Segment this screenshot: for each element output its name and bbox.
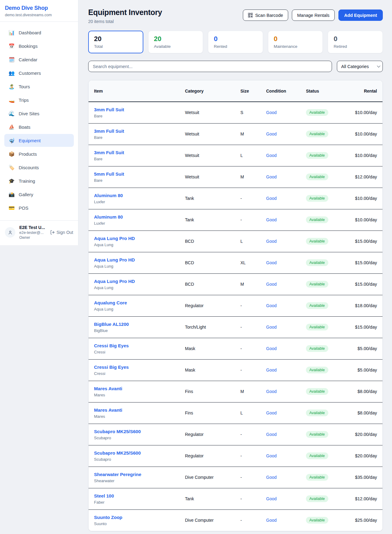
brand-title[interactable]: Demo Dive Shop	[5, 5, 73, 11]
table-row: Mares Avanti Mares Fins M Good Available…	[89, 381, 383, 402]
stat-card-rented[interactable]: 0 Rented	[208, 31, 263, 53]
item-condition-link[interactable]: Good	[266, 325, 277, 330]
user-role: Owner	[19, 235, 45, 240]
item-rental-rate: $12.00/day	[340, 166, 383, 188]
item-name-link[interactable]: Aluminum 80	[94, 214, 180, 219]
manage-rentals-button[interactable]: Manage Rentals	[292, 10, 335, 21]
item-condition-link[interactable]: Good	[266, 368, 277, 372]
item-brand: Cressi	[94, 350, 180, 354]
item-condition-link[interactable]: Good	[266, 110, 277, 115]
search-input[interactable]	[88, 61, 332, 72]
status-badge: Available	[306, 281, 328, 288]
item-name-link[interactable]: Shearwater Peregrine	[94, 472, 180, 477]
item-name-link[interactable]: Aqualung Core	[94, 300, 180, 305]
sidebar-item-dashboard[interactable]: 📊 Dashboard	[4, 26, 74, 39]
item-condition-link[interactable]: Good	[266, 196, 277, 201]
scan-barcode-button[interactable]: Scan Barcode	[243, 10, 288, 21]
sidebar-item-gallery[interactable]: 📸 Gallery	[4, 188, 74, 201]
stat-card-retired[interactable]: 0 Retired	[328, 31, 383, 53]
item-condition-link[interactable]: Good	[266, 132, 277, 136]
item-name-link[interactable]: Aqua Lung Pro HD	[94, 279, 180, 284]
item-size: L	[238, 231, 264, 252]
item-condition-link[interactable]: Good	[266, 410, 277, 415]
item-name-link[interactable]: Scubapro MK25/S600	[94, 429, 180, 434]
table-row: Aluminum 80 Luxfer Tank - Good Available…	[89, 209, 383, 231]
item-condition-link[interactable]: Good	[266, 389, 277, 394]
item-condition-link[interactable]: Good	[266, 260, 277, 265]
main-content: Equipment Inventory 20 items total	[78, 0, 392, 531]
sidebar-item-products[interactable]: 📦 Products	[4, 147, 74, 160]
item-condition-link[interactable]: Good	[266, 432, 277, 437]
category-select[interactable]: All Categories	[337, 61, 383, 72]
sidebar-item-boats[interactable]: ⛵ Boats	[4, 120, 74, 133]
item-condition-link[interactable]: Good	[266, 217, 277, 222]
sign-out-button[interactable]: Sign Out	[50, 230, 73, 235]
item-category: Wetsuit	[183, 123, 238, 145]
item-name-link[interactable]: Aluminum 80	[94, 193, 180, 198]
sidebar-item-customers[interactable]: 👥 Customers	[4, 67, 74, 79]
status-badge: Available	[306, 238, 328, 245]
item-name-link[interactable]: 3mm Full Suit	[94, 128, 180, 134]
item-name-link[interactable]: 3mm Full Suit	[94, 150, 180, 155]
item-rental-rate: $10.00/day	[340, 188, 383, 209]
status-badge: Available	[306, 174, 328, 180]
sidebar-item-calendar[interactable]: 🗓️ Calendar	[4, 53, 74, 66]
item-category: BCD	[183, 231, 238, 252]
stat-value: 0	[334, 35, 377, 43]
stat-label: Total	[94, 44, 138, 49]
item-name-link[interactable]: Suunto Zoop	[94, 515, 180, 520]
sidebar-item-trips[interactable]: 🚤 Trips	[4, 93, 74, 106]
item-name-link[interactable]: Aqua Lung Pro HD	[94, 257, 180, 262]
item-category: Tank	[183, 488, 238, 509]
item-category: Fins	[183, 381, 238, 402]
page-title: Equipment Inventory	[88, 8, 162, 17]
item-name-link[interactable]: Cressi Big Eyes	[94, 343, 180, 348]
sidebar-item-bookings[interactable]: 📅 Bookings	[4, 40, 74, 52]
equipment-table-card: ItemCategorySizeConditionStatusRental 3m…	[88, 80, 383, 531]
sidebar: Demo Dive Shop demo.test.divestreams.com…	[0, 0, 78, 245]
item-condition-link[interactable]: Good	[266, 475, 277, 480]
item-condition-link[interactable]: Good	[266, 496, 277, 501]
item-condition-link[interactable]: Good	[266, 153, 277, 158]
table-row: Aqua Lung Pro HD Aqua Lung BCD L Good Av…	[89, 231, 383, 252]
item-condition-link[interactable]: Good	[266, 239, 277, 244]
sidebar-item-dive-sites[interactable]: 🌊 Dive Sites	[4, 107, 74, 120]
item-name-link[interactable]: Aqua Lung Pro HD	[94, 236, 180, 241]
sidebar-item-discounts[interactable]: 🏷️ Discounts	[4, 161, 74, 174]
status-badge: Available	[306, 152, 328, 159]
item-brand: Luxfer	[94, 221, 180, 226]
item-name-link[interactable]: 5mm Full Suit	[94, 171, 180, 177]
item-rental-rate: $10.00/day	[340, 123, 383, 145]
item-condition-link[interactable]: Good	[266, 282, 277, 287]
item-condition-link[interactable]: Good	[266, 346, 277, 351]
user-email: e2e-tester@...	[19, 231, 45, 235]
sidebar-item-tours[interactable]: 🏝️ Tours	[4, 80, 74, 93]
item-name-link[interactable]: Cressi Big Eyes	[94, 364, 180, 370]
stat-card-total[interactable]: 20 Total	[88, 31, 143, 53]
table-row: Cressi Big Eyes Cressi Mask - Good Avail…	[89, 338, 383, 359]
item-condition-link[interactable]: Good	[266, 174, 277, 179]
sidebar-item-equipment[interactable]: 🤿 Equipment	[4, 134, 74, 147]
sidebar-item-training[interactable]: 🎓 Training	[4, 174, 74, 187]
table-row: Scubapro MK25/S600 Scubapro Regulator - …	[89, 424, 383, 445]
stat-card-available[interactable]: 20 Available	[148, 31, 203, 53]
sidebar-item-pos[interactable]: 💳 POS	[4, 201, 74, 214]
item-condition-link[interactable]: Good	[266, 303, 277, 308]
stat-value: 20	[154, 35, 198, 43]
barcode-scan-icon	[248, 13, 253, 17]
item-name-link[interactable]: 3mm Full Suit	[94, 107, 180, 112]
item-category: Dive Computer	[183, 509, 238, 531]
stat-label: Rented	[214, 44, 257, 49]
add-equipment-button[interactable]: Add Equipment	[338, 10, 383, 21]
item-rental-rate: $25.00/day	[340, 509, 383, 531]
item-name-link[interactable]: Mares Avanti	[94, 407, 180, 413]
item-name-link[interactable]: Scubapro MK25/S600	[94, 450, 180, 456]
item-condition-link[interactable]: Good	[266, 453, 277, 458]
table-row: Scubapro MK25/S600 Scubapro Regulator - …	[89, 445, 383, 467]
item-name-link[interactable]: BigBlue AL1200	[94, 322, 180, 327]
item-condition-link[interactable]: Good	[266, 518, 277, 523]
table-row: Aqua Lung Pro HD Aqua Lung BCD XL Good A…	[89, 252, 383, 273]
item-name-link[interactable]: Steel 100	[94, 493, 180, 498]
stat-card-maintenance[interactable]: 0 Maintenance	[268, 31, 323, 53]
item-name-link[interactable]: Mares Avanti	[94, 386, 180, 391]
